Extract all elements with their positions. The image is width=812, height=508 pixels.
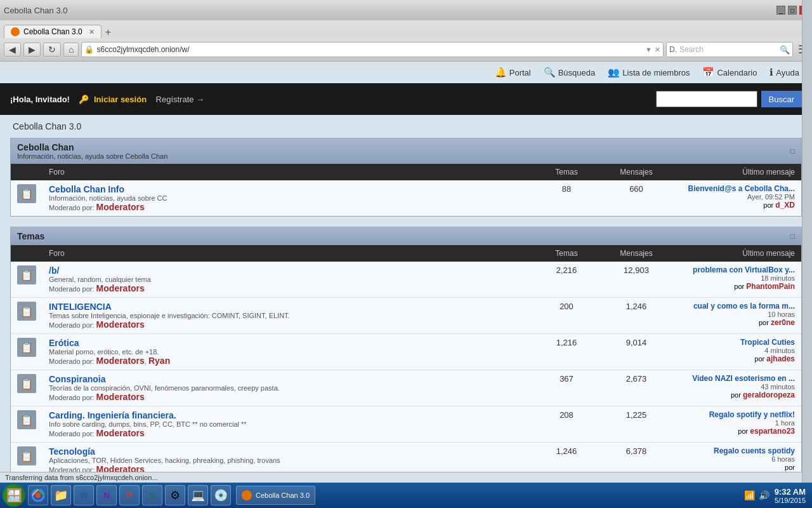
header-search-btn[interactable]: Buscar (761, 91, 802, 107)
mod-link[interactable]: Moderators (96, 283, 145, 293)
last-msg-link[interactable]: Tropical Cuties (740, 338, 795, 347)
last-by-label: por (763, 201, 773, 209)
last-user-link[interactable]: zer0ne (771, 318, 795, 327)
forum-mod-text: Moderado por: Moderators, Ryan (49, 356, 528, 366)
taskbar-app-excel[interactable]: E (142, 485, 162, 505)
taskbar-app-powerpoint[interactable]: P (119, 485, 140, 505)
header-search-input[interactable] (656, 91, 757, 107)
last-user-link[interactable]: geraldoropeza (743, 391, 795, 399)
mod2-link[interactable]: Ryan (148, 356, 170, 366)
last-user-link[interactable]: espartano23 (750, 427, 795, 436)
new-tab-btn[interactable]: + (102, 27, 115, 38)
forum-link-4[interactable]: Carding. Ingeniería financiera. (49, 410, 176, 420)
key-icon: 🔑 (79, 95, 89, 104)
forum-name-cell: Conspiranoia Teorías de la conspiración,… (43, 370, 535, 406)
forum-link-0[interactable]: /b/ (49, 265, 59, 276)
forum-icon-img: 📋 (17, 265, 36, 284)
last-by-label: por (759, 319, 771, 326)
last-msg-user: por zer0ne (681, 318, 795, 327)
mod-link[interactable]: Moderators (96, 319, 145, 330)
address-text: s6cco2jylmxqcdeh.onion/w/ (96, 45, 643, 54)
table-header-row-temas: Foro Temas Mensajes Último mensaje (11, 245, 801, 262)
last-msg-link[interactable]: Video NAZI esoterismo en ... (692, 374, 795, 383)
taskbar-app-onenote[interactable]: N (96, 485, 117, 505)
forum-mod-text: Moderado por: Moderators (49, 202, 528, 212)
greeting-user: Invitado! (36, 95, 70, 104)
forum-name-cell: Erótica Material porno, erótico, etc. de… (43, 334, 535, 370)
site-wrapper: 🔔 Portal 🔍 Búsqueda 👥 Lista de miembros … (0, 62, 812, 508)
topnav-lista-miembros[interactable]: 👥 Lista de miembros (608, 67, 690, 78)
address-dropdown-icon[interactable]: ▼ (645, 46, 652, 54)
last-msg-cell: Tropical Cuties 4 minutos por ajhades (674, 334, 801, 370)
taskbar-app-explorer[interactable]: 📁 (51, 485, 71, 505)
section-toggle-temas[interactable]: □ (790, 232, 795, 241)
last-msg-cell: Video NAZI esoterismo en ... 43 minutos … (674, 370, 801, 406)
last-user-link[interactable]: PhantomPain (746, 282, 795, 291)
last-msg-link[interactable]: problema con VirtualBox y... (693, 265, 795, 274)
last-msg-cell: Regalo spotify y netflix! 1 hora por esp… (674, 406, 801, 443)
reload-btn[interactable]: ↻ (43, 43, 61, 57)
browser-search-bar[interactable]: D. Search 🔍 (666, 42, 793, 57)
mensajes-count: 9,014 (598, 334, 674, 370)
mod-link[interactable]: Moderators (96, 202, 145, 212)
last-msg-user: por d_XD (681, 201, 795, 210)
forum-link-cebolla-info[interactable]: Cebolla Chan Info (49, 184, 124, 194)
topnav-portal[interactable]: 🔔 Portal (495, 67, 531, 78)
search-icon: 🔍 (544, 67, 556, 78)
address-clear-icon[interactable]: ✕ (655, 46, 660, 54)
browser-tab-active[interactable]: Cebolla Chan 3.0 ✕ (4, 25, 102, 38)
minimize-btn[interactable]: _ (776, 6, 785, 15)
forum-mod-text: Moderado por: Moderators (49, 392, 528, 402)
taskbar-app-word[interactable]: W (74, 485, 94, 505)
scrollbar[interactable] (802, 0, 812, 508)
table-row: 📋 INTELIGENCIA Temas sobre Inteligencia,… (11, 298, 801, 334)
forum-icon-img: 📋 (17, 446, 36, 465)
start-button[interactable]: 🪟 (3, 484, 25, 507)
forum-link-5[interactable]: Tecnología (49, 446, 95, 457)
network-icon: 📶 (744, 490, 755, 500)
last-msg-link[interactable]: cual y como es la forma m... (693, 302, 795, 311)
mod-link[interactable]: Moderators (96, 392, 145, 402)
col-icon (11, 164, 43, 180)
last-msg-link[interactable]: Regalo spotify y netflix! (709, 410, 795, 419)
forum-link-2[interactable]: Erótica (49, 338, 79, 348)
back-btn[interactable]: ◀ (4, 43, 21, 57)
mod-link[interactable]: Moderators (96, 428, 145, 438)
last-user-link[interactable]: d_XD (775, 201, 795, 210)
forum-link-1[interactable]: INTELIGENCIA (49, 302, 112, 312)
topnav-busqueda[interactable]: 🔍 Búsqueda (544, 67, 596, 78)
last-msg-cell: Bienvenid@s a Cebolla Cha... Ayer, 09:52… (674, 180, 801, 216)
last-msg-user: por (681, 463, 795, 472)
topnav-calendario-label: Calendario (717, 68, 757, 77)
table-row: 📋 /b/ General, random, cualquier tema Mo… (11, 262, 801, 298)
forum-link-3[interactable]: Conspiranoia (49, 374, 105, 384)
forward-btn[interactable]: ▶ (23, 43, 41, 57)
topnav-ayuda-label: Ayuda (776, 68, 799, 77)
section-desc-cebolla: Información, noticias, ayuda sobre Cebol… (17, 152, 167, 160)
taskbar-window-cebolla[interactable]: Cebolla Chan 3.0 (236, 486, 315, 505)
address-bar[interactable]: 🔒 s6cco2jylmxqcdeh.onion/w/ ▼ ✕ (81, 42, 664, 57)
taskbar-app-misc1[interactable]: ⚙ (165, 485, 185, 505)
section-header-text: Cebolla Chan Información, noticias, ayud… (17, 142, 167, 160)
register-link[interactable]: Regístrate → (156, 95, 205, 104)
topnav-ayuda[interactable]: ℹ Ayuda (769, 67, 799, 78)
taskbar-app-misc3[interactable]: 💿 (211, 485, 231, 505)
maximize-btn[interactable]: □ (788, 6, 797, 15)
site-header: ¡Hola, Invitado! 🔑 Iniciar sesión Regíst… (0, 83, 812, 115)
taskbar-app-chrome[interactable] (28, 485, 48, 505)
section-toggle-cebolla[interactable]: □ (790, 147, 795, 156)
topnav-calendario[interactable]: 📅 Calendario (702, 67, 757, 78)
title-bar-left: Cebolla Chan 3.0 (4, 6, 67, 15)
mod-link[interactable]: Moderators (96, 356, 145, 366)
taskbar-win-label: Cebolla Chan 3.0 (256, 491, 310, 499)
browser-search-icon[interactable]: 🔍 (780, 45, 790, 55)
login-link[interactable]: Iniciar sesión (94, 95, 147, 104)
last-user-link[interactable]: ajhades (766, 354, 795, 363)
last-msg-link[interactable]: Regalo cuents spotidy (714, 446, 795, 455)
last-by-label: por (731, 391, 743, 399)
tab-close-btn[interactable]: ✕ (89, 28, 95, 36)
taskbar-app-misc2[interactable]: 💻 (188, 485, 208, 505)
last-msg-link[interactable]: Bienvenid@s a Cebolla Cha... (688, 184, 795, 193)
home-btn[interactable]: ⌂ (63, 43, 79, 57)
section-temas: Temas □ Foro Temas Mensajes Último mensa… (10, 227, 802, 479)
